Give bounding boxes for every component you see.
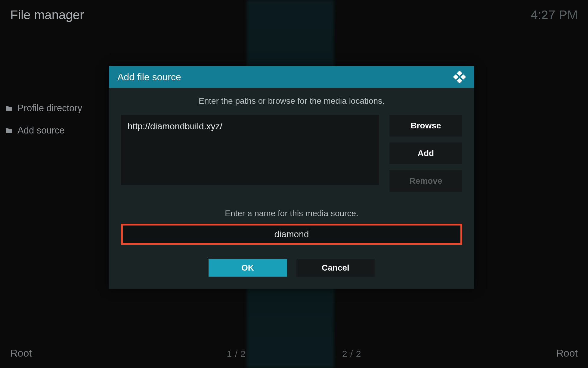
pager-right: 2 / 2 <box>342 349 361 359</box>
path-input-value: http://diamondbuild.xyz/ <box>128 120 373 132</box>
side-buttons: Browse Add Remove <box>389 115 462 192</box>
clock: 4:27 PM <box>531 8 578 22</box>
name-input[interactable]: diamond <box>123 225 460 243</box>
svg-rect-0 <box>457 71 462 76</box>
list-item-profile-directory[interactable]: Profile directory <box>5 103 82 114</box>
dialog-header: Add file source <box>109 66 474 88</box>
page-title: File manager <box>10 8 84 22</box>
svg-rect-2 <box>461 74 466 80</box>
paths-row: http://diamondbuild.xyz/ Browse Add Remo… <box>121 115 462 192</box>
pager-left: 1 / 2 <box>227 349 246 359</box>
name-instruction: Enter a name for this media source. <box>121 209 462 218</box>
header-bar: File manager 4:27 PM <box>10 8 578 22</box>
name-input-highlight: diamond <box>121 224 462 245</box>
list-item-label: Profile directory <box>17 103 82 114</box>
footer-right-root: Root <box>556 347 578 359</box>
list-item-label: Add source <box>17 125 65 136</box>
file-list: Profile directory Add source <box>5 103 82 136</box>
paths-instruction: Enter the paths or browse for the media … <box>121 96 462 106</box>
ok-button[interactable]: OK <box>209 259 287 277</box>
remove-button: Remove <box>389 170 462 192</box>
svg-rect-1 <box>453 74 458 80</box>
dialog-footer-buttons: OK Cancel <box>121 259 462 277</box>
folder-icon <box>5 105 13 111</box>
pager-bar: 1 / 2 2 / 2 <box>227 349 361 359</box>
add-file-source-dialog: Add file source Enter the paths or brows… <box>109 66 474 289</box>
footer-left-root: Root <box>10 347 32 359</box>
dialog-body: Enter the paths or browse for the media … <box>109 88 474 289</box>
cancel-button[interactable]: Cancel <box>296 259 375 277</box>
name-input-value: diamond <box>274 229 309 239</box>
svg-rect-3 <box>457 78 462 83</box>
browse-button[interactable]: Browse <box>389 115 462 136</box>
dialog-title: Add file source <box>117 72 181 83</box>
add-button[interactable]: Add <box>389 143 462 164</box>
path-input[interactable]: http://diamondbuild.xyz/ <box>121 115 379 185</box>
folder-icon <box>5 127 13 133</box>
list-item-add-source[interactable]: Add source <box>5 125 82 136</box>
kodi-logo-icon <box>453 71 466 83</box>
